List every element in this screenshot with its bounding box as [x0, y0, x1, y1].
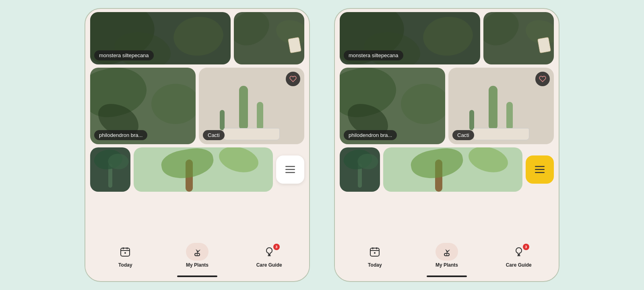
philodendron-card-right[interactable]: philodendron bra...: [340, 68, 445, 144]
nav-today-right[interactable]: Today: [339, 243, 411, 268]
svg-rect-6: [121, 250, 130, 251]
grid-row-2: philodendron bra... Cacti: [90, 68, 304, 144]
monstera-wide-label: monstera siltepecana: [94, 50, 154, 60]
philodendron-label-right: philodendron bra...: [344, 130, 397, 140]
monstera-small-card-right[interactable]: [483, 12, 554, 64]
phone-left: monstera siltepecana philodendron bra...: [85, 8, 310, 282]
monstera-small-card[interactable]: [234, 12, 304, 64]
care-guide-icon-wrap-left: 3: [258, 243, 281, 261]
phone-right: monstera siltepecana philodendron bra...: [334, 8, 559, 282]
svg-rect-1: [285, 169, 295, 170]
monstera-wide-card[interactable]: monstera siltepecana: [90, 12, 231, 64]
plant-grid-left: monstera siltepecana philodendron bra...: [85, 9, 309, 235]
grid-row-3: [90, 147, 304, 192]
svg-rect-13: [535, 169, 545, 170]
nav-care-guide-right[interactable]: 3 Care Guide: [483, 243, 555, 268]
price-tag-right: [537, 37, 551, 53]
today-icon-wrap: [114, 243, 136, 261]
care-guide-badge-left: 3: [273, 244, 280, 250]
grid-row-1: monstera siltepecana: [90, 12, 304, 64]
svg-rect-10: [268, 254, 270, 255]
cacti-label-right: Cacti: [452, 130, 474, 140]
nav-care-guide-left[interactable]: 3 Care Guide: [233, 243, 305, 268]
svg-rect-12: [535, 166, 545, 167]
home-indicator-left: [177, 276, 217, 277]
philodendron-label: philodendron bra...: [94, 130, 147, 140]
svg-point-7: [124, 252, 126, 254]
philodendron-card[interactable]: philodendron bra...: [90, 68, 196, 144]
svg-rect-22: [518, 254, 520, 255]
svg-point-19: [374, 252, 376, 254]
nav-today-left[interactable]: Today: [89, 243, 161, 268]
cacti-heart-button[interactable]: [286, 72, 300, 86]
svg-rect-0: [285, 166, 295, 167]
filter-button-left[interactable]: [276, 155, 304, 184]
today-label-left: Today: [118, 262, 132, 268]
plant-grid-right: monstera siltepecana philodendron bra...: [335, 9, 559, 235]
tropical-card-right[interactable]: [383, 147, 522, 192]
my-plants-icon-wrap-right: [436, 243, 458, 261]
dracaena-card[interactable]: [90, 147, 130, 192]
my-plants-label-left: My Plants: [186, 262, 208, 268]
grid-row-2-right: philodendron bra... Cacti: [340, 68, 554, 144]
monstera-wide-card-right[interactable]: monstera siltepecana: [340, 12, 480, 64]
svg-rect-18: [370, 250, 379, 251]
care-guide-label-left: Care Guide: [256, 262, 282, 268]
my-plants-label-right: My Plants: [436, 262, 458, 268]
bottom-nav-right: Today My Plants 3 Care Guide: [335, 235, 559, 276]
care-guide-icon-wrap-right: 3: [508, 243, 530, 261]
nav-my-plants-right[interactable]: My Plants: [411, 243, 483, 268]
svg-rect-5: [127, 247, 128, 249]
monstera-wide-label-right: monstera siltepecana: [344, 50, 403, 60]
svg-rect-16: [372, 247, 374, 249]
cacti-card-right[interactable]: Cacti: [448, 68, 554, 144]
nav-my-plants-left[interactable]: My Plants: [161, 243, 233, 268]
today-label-right: Today: [368, 262, 382, 268]
filter-button-right[interactable]: [526, 155, 554, 184]
svg-rect-17: [376, 247, 378, 249]
svg-rect-2: [285, 172, 295, 173]
bottom-nav-left: Today My Plants 3 Care Guide: [85, 235, 309, 276]
grid-row-1-right: monstera siltepecana: [340, 12, 554, 64]
care-guide-badge-right: 3: [523, 244, 529, 250]
care-guide-label-right: Care Guide: [506, 262, 532, 268]
price-tag: [288, 37, 301, 53]
today-icon-wrap-right: [363, 243, 386, 261]
svg-rect-4: [123, 247, 124, 249]
cacti-heart-button-right[interactable]: [535, 72, 550, 86]
my-plants-icon-wrap-left: [186, 243, 208, 261]
grid-row-3-right: [340, 147, 554, 192]
home-indicator-right: [427, 276, 467, 277]
tropical-card[interactable]: [134, 147, 273, 192]
dracaena-card-right[interactable]: [340, 147, 380, 192]
cacti-label: Cacti: [203, 130, 225, 140]
svg-rect-14: [535, 172, 545, 173]
cacti-card[interactable]: Cacti: [199, 68, 304, 144]
